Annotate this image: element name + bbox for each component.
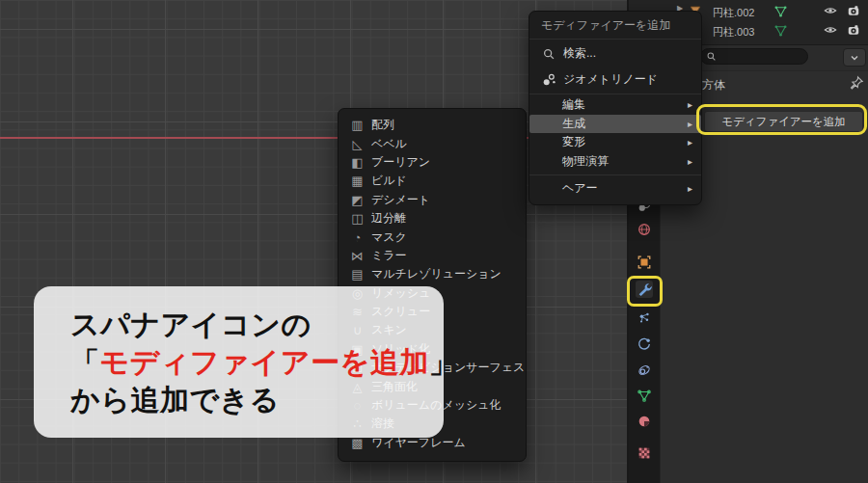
add-modifier-context-menu: モディファイアーを追加 検索...ジオメトリノード編集▸生成▸変形▸物理演算▸ヘ…	[529, 11, 702, 205]
submenu-arrow-icon: ▸	[688, 119, 692, 129]
submenu-item-0[interactable]: ▥配列	[339, 116, 526, 134]
eye-icon[interactable]	[824, 23, 837, 37]
submenu-item-4[interactable]: ◩デシメート	[339, 191, 526, 209]
submenu-arrow-icon: ▸	[688, 183, 692, 194]
submenu-item-8[interactable]: ▤マルチレゾリューション	[339, 265, 526, 283]
submenu-arrow-icon: ▸	[688, 99, 692, 110]
menu-item-4[interactable]: 変形▸	[529, 133, 701, 152]
eye-icon[interactable]	[824, 4, 837, 17]
caption-line-2: 「モディファイアーを追加」	[70, 343, 444, 381]
array-icon: ▥	[350, 119, 365, 131]
camera-icon[interactable]	[847, 23, 860, 37]
submenu-item-label: デシメート	[371, 192, 430, 208]
menu-item-0[interactable]: 検索...	[529, 40, 701, 67]
annotation-caption: スパナアイコンの 「モディファイアーを追加」 から追加できる	[34, 286, 444, 438]
caption-highlight-text: モディファイアーを追加	[100, 346, 429, 378]
properties-tab-world[interactable]	[636, 221, 653, 238]
menu-item-label: ジオメトリノード	[563, 71, 658, 88]
material-icon	[637, 414, 652, 429]
submenu-item-label: ミラー	[371, 248, 407, 264]
menu-item-5[interactable]: 物理演算▸	[529, 152, 701, 172]
menu-separator	[529, 39, 701, 40]
properties-tab-physics[interactable]	[636, 335, 653, 353]
menu-item-label: ヘアー	[562, 180, 598, 197]
submenu-item-1[interactable]: ◺ベベル	[339, 134, 526, 152]
menu-item-label: 検索...	[563, 45, 596, 62]
submenu-item-label: ベベル	[371, 136, 407, 152]
submenu-item-label: 辺分離	[371, 210, 406, 227]
search-icon	[541, 47, 556, 61]
submenu-item-5[interactable]: ◫辺分離	[339, 209, 526, 228]
wrench-highlight-box	[627, 276, 663, 307]
object-data-icon	[637, 388, 652, 403]
submenu-item-label: ブーリアン	[371, 154, 430, 171]
pin-icon[interactable]	[849, 75, 864, 91]
object-icon	[637, 255, 652, 270]
submenu-arrow-icon: ▸	[688, 137, 692, 148]
menu-item-label: 変形	[562, 134, 585, 150]
bevel-icon: ◺	[350, 138, 365, 150]
properties-tab-constraints[interactable]	[636, 362, 653, 379]
world-icon	[637, 222, 652, 237]
camera-icon[interactable]	[847, 4, 860, 17]
menu-item-label: 生成	[562, 116, 585, 132]
submenu-item-label: ビルド	[371, 173, 407, 189]
submenu-item-label: 配列	[371, 117, 394, 133]
submenu-item-label: マルチレゾリューション	[371, 266, 502, 282]
submenu-item-label: マスク	[371, 229, 407, 246]
decimate-icon: ◩	[350, 194, 365, 206]
outliner-object-name: 円柱.002	[713, 6, 754, 20]
mesh-wireframe-icon	[773, 4, 788, 18]
context-menu-title: モディファイアーを追加	[529, 13, 701, 38]
submenu-item-6[interactable]: ◔マスク	[339, 228, 526, 246]
particles-icon	[637, 310, 652, 326]
menu-separator	[529, 174, 701, 175]
outliner-object-name: 円柱.003	[713, 25, 754, 40]
constraints-icon	[637, 362, 652, 378]
properties-tab-material[interactable]	[636, 413, 653, 430]
submenu-item-3[interactable]: ▦ビルド	[339, 172, 526, 190]
texture-icon	[637, 445, 652, 461]
mesh-wireframe-icon	[773, 23, 788, 38]
boolean-icon: ◧	[350, 156, 365, 169]
blender-window: ▶円柱.002▶円柱.003 方体 ▶ ▶ ▶ モディファイアーを追加 ▥配列◺…	[0, 0, 868, 483]
menu-item-3[interactable]: 生成▸	[529, 115, 701, 134]
submenu-arrow-icon: ▸	[688, 156, 692, 167]
mirror-icon: ⋈	[350, 250, 365, 262]
search-icon	[706, 51, 717, 62]
properties-tab-particles[interactable]	[636, 309, 653, 327]
mask-icon: ◔	[350, 231, 365, 244]
wireframe-icon: ▩	[350, 437, 365, 449]
properties-tab-object-data[interactable]	[636, 387, 653, 404]
properties-search[interactable]	[700, 48, 808, 65]
caption-line-1: スパナアイコンの	[70, 306, 444, 343]
menu-item-1[interactable]: ジオメトリノード	[529, 67, 701, 93]
properties-tab-texture[interactable]	[636, 444, 653, 462]
properties-tab-object[interactable]	[636, 254, 653, 271]
filter-dropdown-button[interactable]	[843, 48, 866, 67]
submenu-item-7[interactable]: ⋈ミラー	[339, 247, 526, 265]
chevron-down-icon	[849, 52, 860, 64]
menu-separator	[529, 94, 701, 94]
menu-item-2[interactable]: 編集▸	[529, 95, 701, 115]
caption-line-3: から追加できる	[70, 381, 444, 418]
add-modifier-highlight-box	[696, 104, 867, 135]
object-name-label: 方体	[702, 77, 725, 94]
build-icon: ▦	[350, 174, 365, 187]
submenu-item-2[interactable]: ◧ブーリアン	[339, 153, 526, 172]
menu-item-6[interactable]: ヘアー▸	[529, 179, 701, 199]
search-input[interactable]	[719, 51, 801, 62]
geometry-nodes-icon	[541, 72, 556, 87]
edge-split-icon: ◫	[350, 212, 365, 225]
physics-icon	[637, 336, 652, 352]
multiresolution-icon: ▤	[350, 268, 365, 281]
menu-item-label: 物理演算	[562, 153, 609, 170]
menu-item-label: 編集	[562, 96, 585, 113]
